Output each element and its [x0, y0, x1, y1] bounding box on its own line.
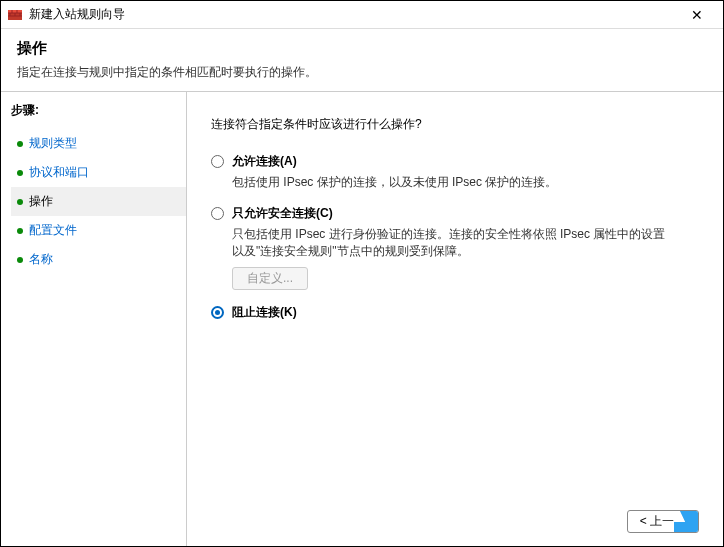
bullet-icon: [17, 228, 23, 234]
option-description: 包括使用 IPsec 保护的连接，以及未使用 IPsec 保护的连接。: [232, 174, 672, 191]
back-button-label: < 上一: [640, 514, 674, 528]
question-text: 连接符合指定条件时应该进行什么操作?: [211, 116, 699, 133]
option-label: 允许连接(A): [232, 153, 297, 170]
radio-icon-selected: [211, 306, 224, 319]
back-button[interactable]: < 上一: [627, 510, 699, 533]
option-label: 阻止连接(K): [232, 304, 297, 321]
page-title: 操作: [17, 39, 707, 58]
window-title: 新建入站规则向导: [29, 6, 677, 23]
step-name[interactable]: 名称: [11, 245, 186, 274]
option-allow-secure: 只允许安全连接(C) 只包括使用 IPsec 进行身份验证的连接。连接的安全性将…: [211, 205, 699, 291]
steps-sidebar: 步骤: 规则类型 协议和端口 操作 配置文件 名称: [1, 92, 187, 547]
cursor-overlay-icon: [674, 510, 699, 533]
wizard-footer: < 上一: [211, 510, 699, 543]
steps-heading: 步骤:: [11, 102, 186, 119]
step-label: 协议和端口: [29, 164, 89, 181]
close-button[interactable]: ✕: [677, 7, 717, 23]
wizard-content: 连接符合指定条件时应该进行什么操作? 允许连接(A) 包括使用 IPsec 保护…: [187, 92, 723, 547]
step-rule-type[interactable]: 规则类型: [11, 129, 186, 158]
step-label: 规则类型: [29, 135, 77, 152]
step-protocol-ports[interactable]: 协议和端口: [11, 158, 186, 187]
option-block: 阻止连接(K): [211, 304, 699, 325]
step-action[interactable]: 操作: [11, 187, 186, 216]
option-allow: 允许连接(A) 包括使用 IPsec 保护的连接，以及未使用 IPsec 保护的…: [211, 153, 699, 191]
bullet-icon: [17, 199, 23, 205]
radio-allow-secure-connection[interactable]: 只允许安全连接(C): [211, 205, 699, 222]
customize-button: 自定义...: [232, 267, 308, 290]
page-subtitle: 指定在连接与规则中指定的条件相匹配时要执行的操作。: [17, 64, 707, 81]
bullet-icon: [17, 257, 23, 263]
step-label: 配置文件: [29, 222, 77, 239]
step-profile[interactable]: 配置文件: [11, 216, 186, 245]
wizard-header: 操作 指定在连接与规则中指定的条件相匹配时要执行的操作。: [1, 29, 723, 92]
step-label: 名称: [29, 251, 53, 268]
bullet-icon: [17, 170, 23, 176]
radio-icon: [211, 155, 224, 168]
firewall-icon: [7, 7, 23, 23]
option-label: 只允许安全连接(C): [232, 205, 333, 222]
radio-block-connection[interactable]: 阻止连接(K): [211, 304, 699, 321]
option-description: 只包括使用 IPsec 进行身份验证的连接。连接的安全性将依照 IPsec 属性…: [232, 226, 672, 260]
radio-icon: [211, 207, 224, 220]
step-label: 操作: [29, 193, 53, 210]
bullet-icon: [17, 141, 23, 147]
titlebar: 新建入站规则向导 ✕: [1, 1, 723, 29]
radio-allow-connection[interactable]: 允许连接(A): [211, 153, 699, 170]
